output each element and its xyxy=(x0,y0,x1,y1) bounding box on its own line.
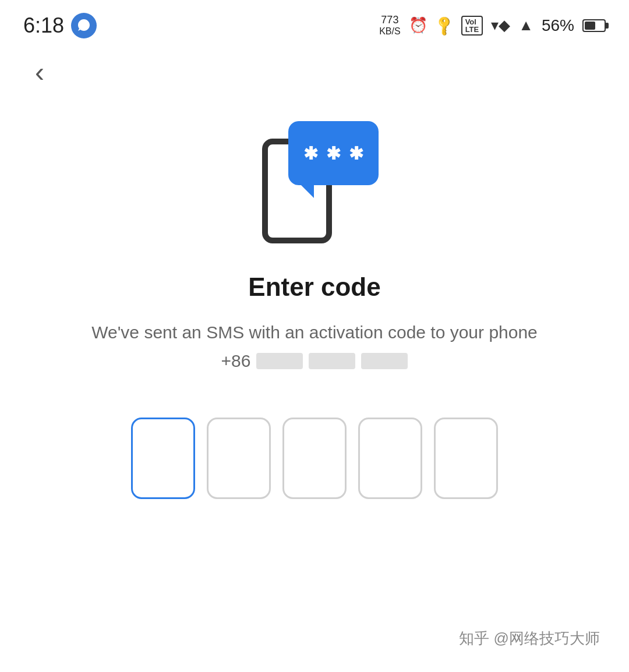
code-box-5[interactable] xyxy=(434,418,498,499)
code-box-2[interactable] xyxy=(207,418,271,499)
phone-blurred-3 xyxy=(361,353,408,369)
phone-number-line: +86 xyxy=(221,351,408,371)
battery-icon xyxy=(582,19,606,32)
alarm-icon: ⏰ xyxy=(409,16,427,34)
volte-icon: Vol LTE xyxy=(461,16,483,36)
code-box-4[interactable] xyxy=(358,418,422,499)
status-left: 6:18 xyxy=(23,13,97,38)
signal-bars-icon: ▲ xyxy=(518,16,533,34)
back-button[interactable]: ‹ xyxy=(35,58,44,86)
wifi-icon: ▾◆ xyxy=(491,16,510,34)
speech-bubble: ✱ ✱ ✱ xyxy=(288,121,379,185)
sms-illustration: ✱ ✱ ✱ xyxy=(250,115,379,243)
star-3: ✱ xyxy=(349,143,363,164)
key-icon: 🔑 xyxy=(432,13,456,37)
description-text: We've sent an SMS with an activation cod… xyxy=(91,319,538,345)
status-right: 773 KB/S ⏰ 🔑 Vol LTE ▾◆ ▲ 56% xyxy=(379,15,606,36)
data-speed: 773 KB/S xyxy=(379,15,400,36)
battery-percent: 56% xyxy=(542,16,574,35)
code-box-1[interactable] xyxy=(131,418,195,499)
watermark: 知乎 @网络技巧大师 xyxy=(459,628,600,649)
page-title: Enter code xyxy=(248,273,380,302)
phone-blurred-1 xyxy=(256,353,303,369)
star-2: ✱ xyxy=(326,143,341,164)
phone-blurred-2 xyxy=(309,353,355,369)
status-bar: 6:18 773 KB/S ⏰ 🔑 Vol LTE ▾◆ ▲ 56% xyxy=(0,0,629,47)
code-input-group[interactable] xyxy=(131,418,498,499)
app-notification-icon xyxy=(71,13,97,38)
phone-prefix: +86 xyxy=(221,351,251,371)
status-time: 6:18 xyxy=(23,13,64,38)
main-content: ✱ ✱ ✱ Enter code We've sent an SMS with … xyxy=(35,104,594,499)
code-box-3[interactable] xyxy=(282,418,347,499)
star-1: ✱ xyxy=(303,143,318,164)
app-content: ‹ ✱ ✱ ✱ Enter code We've sent an SMS wit… xyxy=(0,47,629,511)
